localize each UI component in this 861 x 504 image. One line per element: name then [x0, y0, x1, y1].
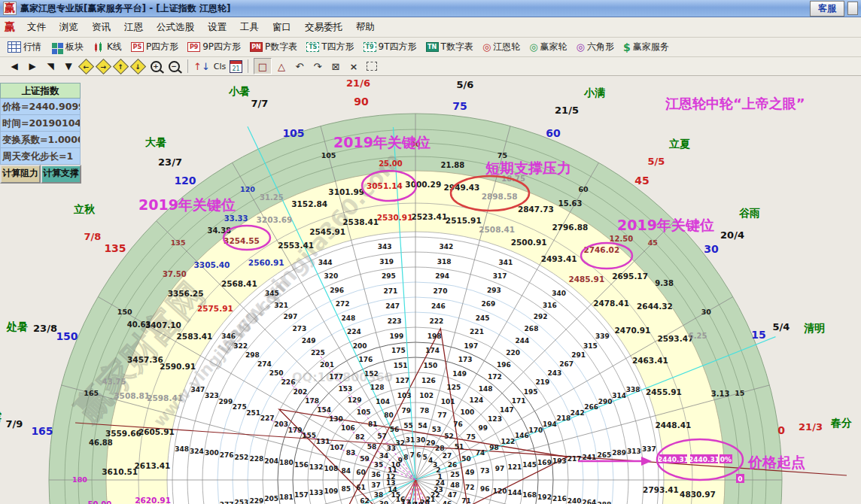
- svg-text:120: 120: [240, 185, 255, 193]
- svg-text:150: 150: [424, 362, 438, 369]
- menu-item-1[interactable]: 浏览: [53, 20, 84, 35]
- svg-text:267: 267: [559, 360, 573, 368]
- svg-text:200: 200: [353, 342, 367, 350]
- draw-triangle-tool[interactable]: △: [273, 59, 290, 74]
- nav-left-button[interactable]: ◀: [6, 59, 23, 74]
- support-button[interactable]: 客服: [810, 1, 844, 17]
- menu-item-9[interactable]: 帮助: [350, 20, 381, 35]
- svg-text:322: 322: [233, 342, 248, 350]
- svg-text:处暑: 处暑: [6, 320, 28, 332]
- t9-badge-icon: T9: [364, 42, 376, 52]
- cursor-up-button[interactable]: ◥: [42, 59, 59, 74]
- pan-right-button[interactable]: →: [96, 58, 111, 74]
- svg-text:343: 343: [378, 243, 392, 250]
- svg-text:344: 344: [318, 259, 333, 266]
- cls-button[interactable]: Cls: [211, 59, 228, 74]
- dashed-select-tool[interactable]: [364, 59, 380, 74]
- toolbar-item-9T四方形[interactable]: T99T四方形: [361, 39, 420, 56]
- svg-text:128: 128: [370, 384, 385, 391]
- zoom-in-icon[interactable]: +: [151, 61, 162, 72]
- svg-text:71: 71: [461, 497, 471, 504]
- menu-item-5[interactable]: 设置: [202, 20, 233, 35]
- svg-text:76: 76: [453, 421, 463, 428]
- svg-text:31: 31: [406, 436, 415, 444]
- toolbar-item-P数字表[interactable]: PNP数字表: [247, 39, 300, 56]
- svg-text:248: 248: [341, 314, 355, 322]
- svg-text:348: 348: [175, 445, 189, 453]
- svg-text:2545.91: 2545.91: [309, 227, 345, 236]
- svg-text:2583.41: 2583.41: [177, 332, 213, 341]
- svg-text:2500.91: 2500.91: [511, 238, 547, 247]
- svg-text:81: 81: [368, 421, 378, 428]
- menu-item-6[interactable]: 工具: [234, 20, 265, 35]
- menu-item-8[interactable]: 交易委托: [299, 20, 348, 35]
- svg-text:大暑: 大暑: [145, 136, 166, 148]
- resize-tool[interactable]: ×: [345, 59, 362, 74]
- toolbar-item-T四方形[interactable]: TST四方形: [303, 39, 357, 56]
- title-bar: 赢 赢家江恩专业版[赢家服务平台] - [上证指数 江恩轮] 客服: [0, 0, 861, 17]
- menu-item-7[interactable]: 窗口: [266, 20, 297, 35]
- svg-text:123: 123: [488, 415, 502, 423]
- toolbar-item-K线[interactable]: K线: [90, 39, 125, 56]
- svg-text:83: 83: [346, 449, 356, 457]
- svg-text:15: 15: [751, 329, 765, 341]
- svg-text:7/9: 7/9: [6, 418, 23, 430]
- zoom-out-icon[interactable]: −: [169, 61, 180, 72]
- nav-right-button[interactable]: ▶: [24, 59, 41, 74]
- draw-rectangle-tool[interactable]: □: [254, 58, 272, 74]
- calendar-icon[interactable]: 21: [230, 60, 242, 73]
- toolbar-item-赢家轮[interactable]: ◎赢家轮: [526, 39, 570, 56]
- window-edge-button[interactable]: [847, 2, 858, 15]
- svg-text:197: 197: [464, 342, 478, 350]
- svg-text:立夏: 立夏: [668, 138, 690, 150]
- svg-text:242: 242: [570, 409, 585, 417]
- svg-text:39: 39: [379, 500, 389, 504]
- rotate-cw-tool[interactable]: ↷: [309, 59, 326, 74]
- winner-wheel-icon: ◎: [529, 41, 537, 53]
- menu-item-0[interactable]: 文件: [21, 20, 52, 35]
- toolbar-item-label: 赢家服务: [633, 41, 669, 53]
- svg-text:3101.99: 3101.99: [328, 187, 364, 196]
- pan-up-button[interactable]: ↑: [113, 58, 129, 74]
- svg-text:2590.91: 2590.91: [160, 362, 196, 371]
- svg-text:178: 178: [305, 397, 319, 405]
- svg-text:2695.17: 2695.17: [612, 272, 648, 281]
- svg-text:150: 150: [56, 330, 78, 342]
- toolbar-item-P四方形[interactable]: PSP四方形: [128, 39, 181, 56]
- calc-support-button[interactable]: 计算支撑: [41, 165, 81, 184]
- menu-item-4[interactable]: 公式选股: [151, 20, 200, 35]
- pan-down-button[interactable]: ↓: [130, 58, 146, 74]
- menu-item-2[interactable]: 资讯: [86, 20, 117, 35]
- cursor-down-button[interactable]: ▼: [60, 59, 77, 74]
- svg-text:120: 120: [174, 175, 196, 187]
- svg-text:45: 45: [648, 238, 658, 247]
- svg-text:291: 291: [571, 351, 586, 359]
- svg-text:219: 219: [536, 378, 550, 386]
- svg-text:269: 269: [481, 300, 495, 308]
- toolbar-item-江恩轮[interactable]: ◎江恩轮: [479, 39, 523, 56]
- toolbar-item-六角形[interactable]: ◎六角形: [573, 39, 617, 56]
- calc-resistance-button[interactable]: 计算阻力: [0, 165, 41, 184]
- updown-button[interactable]: ↑↓: [193, 59, 210, 74]
- rotate-ccw-tool[interactable]: ↶: [291, 59, 308, 74]
- svg-text:245: 245: [476, 314, 490, 322]
- svg-text:2019年关键位: 2019年关键位: [333, 134, 430, 150]
- svg-text:3: 3: [433, 461, 437, 469]
- svg-text:203: 203: [274, 421, 288, 428]
- toolbar-item-9P四方形[interactable]: P99P四方形: [184, 39, 244, 56]
- svg-text:168: 168: [522, 491, 537, 499]
- toolbar-item-T数字表[interactable]: TNT数字表: [423, 39, 476, 56]
- gann-wheel-icon: ◎: [482, 41, 491, 53]
- toolbar-item-板块[interactable]: 板块: [47, 39, 87, 56]
- svg-text:谷雨: 谷雨: [738, 207, 760, 219]
- pan-left-button[interactable]: ←: [78, 58, 94, 74]
- menu-item-3[interactable]: 江恩: [118, 20, 149, 35]
- toolbar-item-赢家服务[interactable]: $赢家服务: [620, 39, 672, 56]
- toolbar-item-行情[interactable]: 行情: [5, 39, 44, 56]
- box-select-tool[interactable]: ⊠: [327, 59, 344, 74]
- svg-text:105: 105: [282, 127, 304, 139]
- svg-text:246: 246: [431, 302, 446, 310]
- svg-text:247: 247: [385, 302, 400, 310]
- svg-text:270: 270: [434, 287, 448, 295]
- gann-wheel-canvas[interactable]: www.yingjia360.com赢家财富网www.yingjia360.co…: [0, 76, 861, 504]
